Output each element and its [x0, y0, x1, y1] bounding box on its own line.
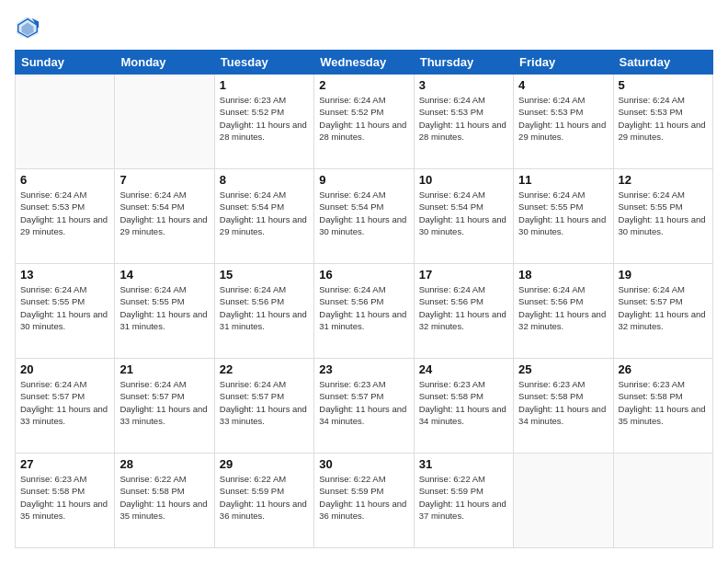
calendar-cell: 3Sunrise: 6:24 AM Sunset: 5:53 PM Daylig… [414, 75, 513, 169]
calendar-cell: 14Sunrise: 6:24 AM Sunset: 5:55 PM Dayli… [115, 264, 214, 359]
calendar-cell: 16Sunrise: 6:24 AM Sunset: 5:56 PM Dayli… [314, 264, 414, 359]
day-info: Sunrise: 6:23 AM Sunset: 5:58 PM Dayligh… [419, 378, 508, 427]
day-info: Sunrise: 6:22 AM Sunset: 5:59 PM Dayligh… [319, 473, 408, 522]
day-number: 15 [220, 268, 309, 282]
calendar-cell: 27Sunrise: 6:23 AM Sunset: 5:58 PM Dayli… [16, 454, 115, 548]
calendar-cell [514, 454, 613, 548]
day-info: Sunrise: 6:22 AM Sunset: 5:59 PM Dayligh… [419, 473, 508, 522]
day-info: Sunrise: 6:24 AM Sunset: 5:57 PM Dayligh… [20, 378, 109, 427]
day-number: 14 [119, 268, 209, 282]
day-number: 17 [419, 268, 508, 282]
day-info: Sunrise: 6:24 AM Sunset: 5:56 PM Dayligh… [220, 283, 309, 332]
day-number: 8 [220, 173, 309, 187]
day-info: Sunrise: 6:24 AM Sunset: 5:57 PM Dayligh… [619, 283, 708, 332]
calendar-cell: 23Sunrise: 6:23 AM Sunset: 5:57 PM Dayli… [314, 359, 414, 454]
day-info: Sunrise: 6:23 AM Sunset: 5:58 PM Dayligh… [619, 378, 708, 427]
day-info: Sunrise: 6:24 AM Sunset: 5:56 PM Dayligh… [419, 283, 508, 332]
day-number: 6 [20, 173, 109, 187]
logo [15, 15, 42, 40]
header [15, 15, 713, 40]
day-of-week-header: Tuesday [214, 51, 313, 75]
calendar-cell: 30Sunrise: 6:22 AM Sunset: 5:59 PM Dayli… [314, 454, 414, 548]
day-info: Sunrise: 6:24 AM Sunset: 5:53 PM Dayligh… [419, 94, 508, 143]
calendar-week-row: 6Sunrise: 6:24 AM Sunset: 5:53 PM Daylig… [16, 169, 713, 264]
calendar-cell [16, 75, 115, 169]
day-info: Sunrise: 6:24 AM Sunset: 5:54 PM Dayligh… [220, 189, 309, 237]
day-number: 24 [419, 362, 508, 376]
day-number: 25 [518, 362, 608, 376]
day-number: 16 [319, 268, 408, 282]
day-number: 3 [419, 78, 508, 92]
day-number: 11 [518, 173, 608, 187]
calendar-table: SundayMondayTuesdayWednesdayThursdayFrid… [15, 50, 713, 548]
day-number: 26 [619, 362, 708, 376]
calendar-cell: 13Sunrise: 6:24 AM Sunset: 5:55 PM Dayli… [16, 264, 115, 359]
calendar-cell: 10Sunrise: 6:24 AM Sunset: 5:54 PM Dayli… [414, 169, 513, 264]
calendar-cell: 5Sunrise: 6:24 AM Sunset: 5:53 PM Daylig… [613, 75, 712, 169]
calendar-cell: 22Sunrise: 6:24 AM Sunset: 5:57 PM Dayli… [214, 359, 313, 454]
day-number: 22 [220, 362, 309, 376]
day-of-week-header: Sunday [16, 51, 115, 75]
calendar-cell: 15Sunrise: 6:24 AM Sunset: 5:56 PM Dayli… [214, 264, 313, 359]
day-number: 31 [419, 457, 508, 471]
day-number: 27 [20, 457, 109, 471]
calendar-cell: 9Sunrise: 6:24 AM Sunset: 5:54 PM Daylig… [314, 169, 414, 264]
calendar-cell: 25Sunrise: 6:23 AM Sunset: 5:58 PM Dayli… [514, 359, 613, 454]
day-info: Sunrise: 6:24 AM Sunset: 5:57 PM Dayligh… [119, 378, 209, 427]
day-number: 5 [619, 78, 708, 92]
day-number: 23 [319, 362, 408, 376]
calendar-cell [115, 75, 214, 169]
calendar-header-row: SundayMondayTuesdayWednesdayThursdayFrid… [16, 51, 713, 75]
calendar-week-row: 20Sunrise: 6:24 AM Sunset: 5:57 PM Dayli… [16, 359, 713, 454]
calendar-week-row: 13Sunrise: 6:24 AM Sunset: 5:55 PM Dayli… [16, 264, 713, 359]
calendar-week-row: 27Sunrise: 6:23 AM Sunset: 5:58 PM Dayli… [16, 454, 713, 548]
day-number: 29 [220, 457, 309, 471]
day-info: Sunrise: 6:24 AM Sunset: 5:54 PM Dayligh… [419, 189, 508, 237]
day-info: Sunrise: 6:24 AM Sunset: 5:52 PM Dayligh… [319, 94, 408, 143]
day-number: 21 [119, 362, 209, 376]
day-info: Sunrise: 6:22 AM Sunset: 5:59 PM Dayligh… [220, 473, 309, 522]
day-info: Sunrise: 6:24 AM Sunset: 5:57 PM Dayligh… [220, 378, 309, 427]
day-number: 9 [319, 173, 408, 187]
day-number: 28 [119, 457, 209, 471]
logo-icon [15, 15, 40, 40]
day-number: 30 [319, 457, 408, 471]
day-number: 12 [619, 173, 708, 187]
day-info: Sunrise: 6:22 AM Sunset: 5:58 PM Dayligh… [119, 473, 209, 522]
day-number: 1 [220, 78, 309, 92]
day-info: Sunrise: 6:23 AM Sunset: 5:57 PM Dayligh… [319, 378, 408, 427]
day-number: 10 [419, 173, 508, 187]
day-number: 19 [619, 268, 708, 282]
calendar-cell: 1Sunrise: 6:23 AM Sunset: 5:52 PM Daylig… [214, 75, 313, 169]
day-number: 4 [518, 78, 608, 92]
calendar-cell: 2Sunrise: 6:24 AM Sunset: 5:52 PM Daylig… [314, 75, 414, 169]
day-number: 18 [518, 268, 608, 282]
day-of-week-header: Friday [514, 51, 613, 75]
day-info: Sunrise: 6:24 AM Sunset: 5:54 PM Dayligh… [119, 189, 209, 237]
day-of-week-header: Wednesday [314, 51, 414, 75]
page: SundayMondayTuesdayWednesdayThursdayFrid… [0, 0, 728, 563]
day-info: Sunrise: 6:24 AM Sunset: 5:55 PM Dayligh… [119, 283, 209, 332]
calendar-cell: 26Sunrise: 6:23 AM Sunset: 5:58 PM Dayli… [613, 359, 712, 454]
day-info: Sunrise: 6:24 AM Sunset: 5:56 PM Dayligh… [319, 283, 408, 332]
day-info: Sunrise: 6:24 AM Sunset: 5:54 PM Dayligh… [319, 189, 408, 237]
calendar-cell: 29Sunrise: 6:22 AM Sunset: 5:59 PM Dayli… [214, 454, 313, 548]
day-info: Sunrise: 6:24 AM Sunset: 5:53 PM Dayligh… [518, 94, 608, 143]
calendar-cell: 12Sunrise: 6:24 AM Sunset: 5:55 PM Dayli… [613, 169, 712, 264]
calendar-cell: 28Sunrise: 6:22 AM Sunset: 5:58 PM Dayli… [115, 454, 214, 548]
day-number: 7 [119, 173, 209, 187]
calendar-cell: 17Sunrise: 6:24 AM Sunset: 5:56 PM Dayli… [414, 264, 513, 359]
day-number: 20 [20, 362, 109, 376]
calendar-cell: 6Sunrise: 6:24 AM Sunset: 5:53 PM Daylig… [16, 169, 115, 264]
day-info: Sunrise: 6:23 AM Sunset: 5:52 PM Dayligh… [220, 94, 309, 143]
calendar-week-row: 1Sunrise: 6:23 AM Sunset: 5:52 PM Daylig… [16, 75, 713, 169]
calendar-cell: 4Sunrise: 6:24 AM Sunset: 5:53 PM Daylig… [514, 75, 613, 169]
day-info: Sunrise: 6:23 AM Sunset: 5:58 PM Dayligh… [518, 378, 608, 427]
day-of-week-header: Saturday [613, 51, 712, 75]
day-of-week-header: Monday [115, 51, 214, 75]
day-info: Sunrise: 6:24 AM Sunset: 5:53 PM Dayligh… [619, 94, 708, 143]
calendar-cell: 24Sunrise: 6:23 AM Sunset: 5:58 PM Dayli… [414, 359, 513, 454]
calendar-cell: 21Sunrise: 6:24 AM Sunset: 5:57 PM Dayli… [115, 359, 214, 454]
day-info: Sunrise: 6:24 AM Sunset: 5:55 PM Dayligh… [20, 283, 109, 332]
day-info: Sunrise: 6:23 AM Sunset: 5:58 PM Dayligh… [20, 473, 109, 522]
